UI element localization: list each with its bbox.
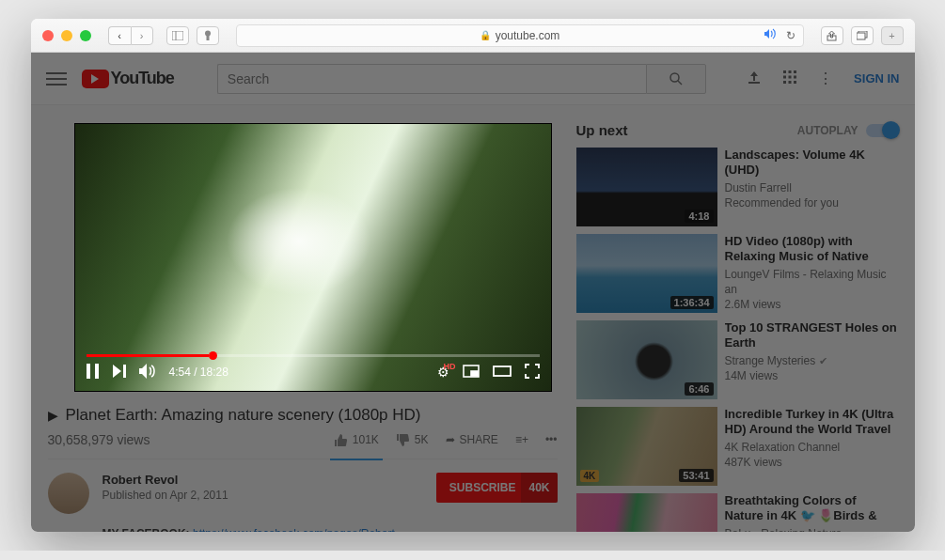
- svg-rect-16: [783, 81, 786, 84]
- svg-point-7: [670, 73, 679, 82]
- up-next-label: Up next: [576, 122, 628, 138]
- like-count: 101K: [353, 433, 379, 446]
- browser-window: ‹ › 🔒 youtube.com ↻ +: [31, 19, 915, 532]
- suggestion-info: Landscapes: Volume 4K (UHD)Dustin Farrel…: [725, 148, 898, 226]
- search-button[interactable]: [646, 64, 706, 94]
- dislike-count: 5K: [415, 433, 429, 446]
- svg-rect-11: [789, 70, 792, 73]
- dislike-button[interactable]: 5K: [396, 433, 429, 447]
- suggestion-thumbnail: 6:46: [576, 320, 717, 399]
- svg-rect-10: [783, 70, 786, 73]
- upload-icon[interactable]: [747, 70, 762, 88]
- more-icon[interactable]: ⋮: [818, 70, 833, 87]
- apps-icon[interactable]: [782, 70, 797, 88]
- svg-point-2: [205, 30, 211, 36]
- svg-rect-0: [172, 31, 183, 40]
- more-actions-button[interactable]: •••: [545, 433, 558, 446]
- suggestion-author: Strange Mysteries ✔: [725, 353, 898, 368]
- like-button[interactable]: 101K: [334, 433, 379, 447]
- suggestion-item[interactable]: 1:36:34HD Video (1080p) with Relaxing Mu…: [576, 234, 898, 313]
- quality-badge: HD: [441, 361, 459, 372]
- fullscreen-icon[interactable]: [525, 364, 540, 381]
- theater-icon[interactable]: [493, 365, 512, 381]
- suggestion-meta: Recommended for you: [725, 195, 898, 210]
- youtube-play-icon: [82, 70, 109, 88]
- channel-row: Robert Revol Published on Apr 2, 2011 SU…: [48, 473, 558, 514]
- reload-icon[interactable]: ↻: [786, 29, 795, 42]
- share-arrow-icon: ➦: [446, 433, 455, 446]
- play-glyph-icon: ▶: [48, 408, 58, 423]
- suggestion-title: Landscapes: Volume 4K (UHD): [725, 148, 898, 178]
- svg-rect-13: [783, 75, 786, 78]
- back-button[interactable]: ‹: [108, 26, 131, 45]
- suggestion-author: BaLu - Relaxing Nature: [725, 526, 898, 532]
- subscribe-button[interactable]: SUBSCRIBE 40K: [436, 473, 558, 503]
- suggestion-item[interactable]: 4:18Landscapes: Volume 4K (UHD)Dustin Fa…: [576, 148, 898, 226]
- desc-link[interactable]: https://www.facebook.com/pages/Robert: [193, 527, 395, 532]
- pause-icon[interactable]: [87, 364, 100, 381]
- channel-name[interactable]: Robert Revol: [102, 473, 423, 487]
- audio-icon[interactable]: [764, 28, 777, 42]
- duration-badge: 4:18: [685, 210, 713, 223]
- search-input[interactable]: [217, 64, 646, 94]
- channel-info: Robert Revol Published on Apr 2, 2011: [102, 473, 423, 502]
- svg-rect-3: [206, 36, 209, 40]
- suggestion-author: Dustin Farrell: [725, 180, 898, 195]
- close-window-icon[interactable]: [42, 30, 54, 41]
- badge-4k-icon: 4K: [580, 470, 600, 482]
- svg-rect-24: [494, 366, 511, 376]
- svg-rect-15: [794, 75, 796, 78]
- address-bar[interactable]: 🔒 youtube.com ↻: [236, 24, 804, 47]
- suggestion-item[interactable]: 4K53:41Incredible Turkey in 4K (Ultra HD…: [576, 407, 898, 486]
- minimize-window-icon[interactable]: [61, 30, 72, 41]
- privacy-icon[interactable]: [197, 26, 219, 45]
- suggestion-thumbnail: 1:36:34: [576, 234, 717, 313]
- time-display: 4:54 / 18:28: [169, 366, 228, 379]
- sidebar-toggle-icon[interactable]: [166, 26, 189, 45]
- new-tab-button[interactable]: +: [881, 26, 904, 45]
- share-button[interactable]: ➦ SHARE: [446, 433, 498, 446]
- settings-icon[interactable]: ⚙HD: [437, 365, 449, 380]
- subscribe-label: SUBSCRIBE: [449, 481, 516, 494]
- volume-icon[interactable]: [139, 364, 156, 381]
- forward-button[interactable]: ›: [131, 26, 153, 45]
- toolbar-right: +: [821, 26, 904, 45]
- channel-avatar[interactable]: [48, 473, 89, 514]
- menu-icon[interactable]: [46, 69, 67, 89]
- signin-button[interactable]: SIGN IN: [854, 71, 899, 86]
- suggestion-info: Breathtaking Colors of Nature in 4K 🐦 🌷B…: [725, 493, 898, 532]
- verified-icon: ✔: [819, 355, 827, 366]
- view-count: 30,658,979 views: [48, 432, 150, 447]
- add-to-button[interactable]: ≡+: [515, 433, 528, 446]
- video-description: MY FACEBOOK: https://www.facebook.com/pa…: [102, 527, 558, 532]
- subscriber-count: 40K: [521, 473, 557, 503]
- duration-badge: 6:46: [685, 382, 713, 396]
- tabs-icon[interactable]: [851, 26, 874, 45]
- share-icon[interactable]: [821, 26, 843, 45]
- maximize-window-icon[interactable]: [80, 30, 91, 41]
- suggestion-item[interactable]: 4KBreathtaking Colors of Nature in 4K 🐦 …: [576, 493, 898, 532]
- suggestion-title: Top 10 STRANGEST Holes on Earth: [725, 320, 898, 350]
- browser-titlebar: ‹ › 🔒 youtube.com ↻ +: [31, 19, 915, 53]
- video-player[interactable]: 4:54 / 18:28 ⚙HD: [74, 123, 552, 392]
- autoplay-control: AUTOPLAY: [797, 124, 898, 137]
- svg-rect-23: [471, 371, 478, 376]
- suggestion-meta: 2.6M views: [725, 297, 898, 312]
- suggestion-list: 4:18Landscapes: Volume 4K (UHD)Dustin Fa…: [576, 148, 898, 532]
- youtube-logo[interactable]: YouTube: [82, 69, 174, 88]
- suggestion-info: Incredible Turkey in 4K (Ultra HD) Aroun…: [725, 407, 898, 486]
- next-icon[interactable]: [113, 365, 126, 381]
- desc-label: MY FACEBOOK:: [102, 527, 190, 532]
- autoplay-label: AUTOPLAY: [797, 124, 858, 137]
- svg-rect-17: [789, 81, 792, 84]
- autoplay-toggle[interactable]: [866, 124, 898, 137]
- suggestion-thumbnail: 4K: [576, 493, 717, 532]
- suggestion-thumbnail: 4K53:41: [576, 407, 717, 486]
- miniplayer-icon[interactable]: [463, 365, 480, 381]
- svg-line-8: [678, 81, 682, 85]
- suggestion-item[interactable]: 6:46Top 10 STRANGEST Holes on EarthStran…: [576, 320, 898, 399]
- nav-buttons: ‹ ›: [108, 26, 153, 45]
- header-actions: ⋮ SIGN IN: [747, 70, 899, 88]
- video-title-row: ▶ Planet Earth: Amazing nature scenery (…: [48, 406, 558, 425]
- suggestion-title: Breathtaking Colors of Nature in 4K 🐦 🌷B…: [725, 493, 898, 523]
